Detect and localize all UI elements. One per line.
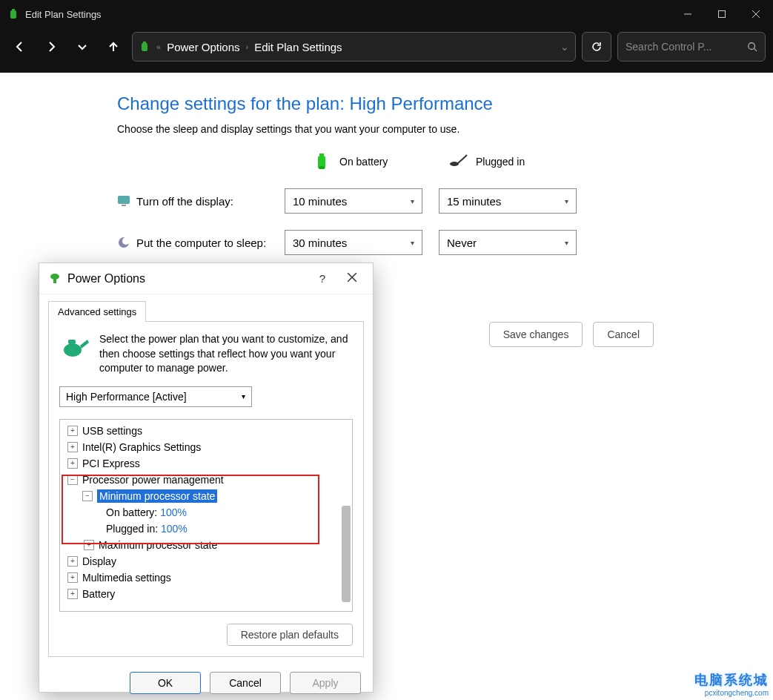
power-options-dialog: Power Options ? Advanced settings Select… [39, 262, 374, 693]
expand-icon[interactable]: + [67, 572, 78, 583]
expand-icon[interactable]: + [67, 589, 78, 599]
battery-icon [311, 151, 332, 172]
svg-rect-7 [143, 42, 146, 43]
ok-button[interactable]: OK [130, 672, 201, 694]
min-state-battery-label: On battery: [106, 506, 157, 518]
node-min-processor-state[interactable]: Minimum processor state [97, 489, 217, 503]
chevron-down-icon: ▾ [411, 197, 414, 205]
navigation-bar: « Power Options › Edit Plan Settings ⌄ S… [0, 28, 773, 73]
display-label: Turn off the display: [136, 195, 233, 208]
search-icon [747, 42, 757, 52]
moon-icon [117, 236, 130, 249]
search-box[interactable]: Search Control P... [617, 32, 766, 62]
scrollbar-thumb[interactable] [342, 506, 351, 602]
monitor-icon [117, 194, 130, 208]
node-display[interactable]: Display [82, 555, 116, 567]
dialog-title: Power Options [67, 272, 308, 285]
battery-label: On battery [339, 156, 388, 168]
battery-icon [139, 41, 150, 53]
svg-rect-3 [719, 11, 726, 18]
expand-icon[interactable]: + [67, 556, 78, 567]
svg-rect-6 [142, 43, 147, 51]
expand-icon[interactable]: + [84, 540, 94, 550]
dialog-intro: Select the power plan that you want to c… [99, 332, 353, 376]
up-button[interactable] [101, 34, 126, 59]
chevron-down-icon[interactable]: ⌄ [560, 41, 569, 53]
svg-point-8 [749, 43, 755, 50]
power-plan-icon [48, 272, 62, 285]
window-title: Edit Plan Settings [25, 9, 671, 20]
chevron-icon: « [156, 42, 161, 51]
chevron-down-icon: ▾ [565, 239, 568, 247]
maximize-button[interactable] [705, 0, 739, 28]
watermark: 电脑系统城 pcxitongcheng.com [694, 671, 769, 697]
dialog-cancel-button[interactable]: Cancel [210, 672, 281, 694]
breadcrumb-edit-plan[interactable]: Edit Plan Settings [254, 41, 342, 53]
display-battery-dropdown[interactable]: 10 minutes▾ [285, 188, 422, 214]
history-dropdown[interactable] [70, 34, 95, 59]
page-subtext: Choose the sleep and display settings th… [117, 123, 578, 135]
plugged-label: Plugged in [476, 156, 525, 168]
row-display: Turn off the display: 10 minutes▾ 15 min… [117, 188, 578, 214]
minimize-button[interactable] [671, 0, 705, 28]
node-max-processor-state[interactable]: Maximum processor state [99, 539, 217, 551]
plug-icon [448, 151, 468, 172]
page-heading: Change settings for the plan: High Perfo… [117, 93, 578, 114]
column-headers: On battery Plugged in [311, 151, 578, 172]
breadcrumb-power-options[interactable]: Power Options [167, 41, 239, 53]
display-plugged-dropdown[interactable]: 15 minutes▾ [439, 188, 577, 214]
settings-tree[interactable]: +USB settings +Intel(R) Graphics Setting… [59, 419, 353, 612]
tab-advanced-settings[interactable]: Advanced settings [48, 301, 146, 322]
refresh-button[interactable] [582, 32, 611, 62]
svg-rect-0 [10, 10, 16, 19]
min-state-battery-value[interactable]: 100% [160, 506, 187, 518]
expand-icon[interactable]: + [67, 442, 78, 452]
chevron-down-icon: ▾ [242, 392, 245, 400]
sleep-plugged-dropdown[interactable]: Never▾ [439, 230, 577, 255]
svg-rect-11 [319, 153, 324, 156]
min-state-plugged-label: Plugged in: [106, 523, 158, 535]
address-bar[interactable]: « Power Options › Edit Plan Settings ⌄ [132, 32, 576, 62]
svg-point-12 [319, 166, 325, 169]
svg-point-17 [122, 237, 130, 245]
node-intel-graphics[interactable]: Intel(R) Graphics Settings [82, 441, 201, 453]
search-placeholder: Search Control P... [626, 41, 741, 53]
node-multimedia[interactable]: Multimedia settings [82, 572, 171, 584]
forward-button[interactable] [39, 34, 64, 59]
row-sleep: Put the computer to sleep: 30 minutes▾ N… [117, 230, 578, 255]
svg-point-13 [450, 162, 459, 166]
svg-rect-23 [68, 340, 76, 344]
battery-icon [7, 8, 19, 20]
dialog-titlebar: Power Options ? [39, 263, 373, 294]
node-usb-settings[interactable]: USB settings [82, 425, 142, 437]
chevron-down-icon: ▾ [565, 197, 568, 205]
collapse-icon[interactable]: − [82, 491, 93, 501]
svg-rect-15 [122, 205, 126, 206]
close-button[interactable] [739, 0, 773, 28]
save-changes-button[interactable]: Save changes [489, 322, 583, 347]
node-pci-express[interactable]: PCI Express [82, 458, 140, 469]
node-processor-power[interactable]: Processor power management [82, 474, 224, 486]
svg-rect-1 [12, 9, 15, 10]
svg-line-9 [754, 49, 757, 52]
title-bar: Edit Plan Settings [0, 0, 773, 28]
node-battery[interactable]: Battery [82, 588, 115, 600]
collapse-icon[interactable]: − [67, 475, 78, 485]
dialog-close-button[interactable] [337, 272, 367, 285]
tab-panel: Select the power plan that you want to c… [48, 321, 364, 657]
svg-point-22 [64, 343, 82, 357]
expand-icon[interactable]: + [67, 458, 78, 469]
watering-can-icon [59, 332, 90, 363]
apply-button[interactable]: Apply [290, 672, 361, 694]
min-state-plugged-value[interactable]: 100% [161, 523, 188, 535]
cancel-button[interactable]: Cancel [593, 322, 654, 347]
svg-rect-19 [53, 278, 56, 283]
chevron-down-icon: ▾ [411, 239, 414, 247]
help-button[interactable]: ? [308, 272, 337, 285]
back-button[interactable] [7, 34, 33, 59]
plan-dropdown[interactable]: High Performance [Active]▾ [59, 386, 252, 407]
restore-defaults-button[interactable]: Restore plan defaults [227, 624, 353, 646]
svg-rect-14 [118, 196, 130, 204]
sleep-battery-dropdown[interactable]: 30 minutes▾ [285, 230, 422, 255]
expand-icon[interactable]: + [67, 426, 78, 436]
